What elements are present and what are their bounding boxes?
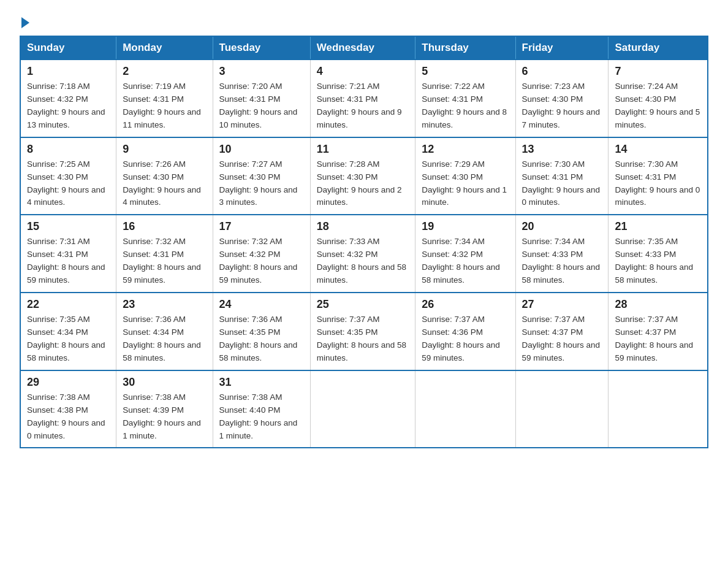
- logo-triangle-icon: [21, 17, 29, 28]
- day-number: 4: [317, 65, 409, 78]
- calendar-cell: 26 Sunrise: 7:37 AMSunset: 4:36 PMDaylig…: [415, 293, 515, 370]
- calendar-cell: 24 Sunrise: 7:36 AMSunset: 4:35 PMDaylig…: [213, 293, 310, 370]
- calendar-cell: 18 Sunrise: 7:33 AMSunset: 4:32 PMDaylig…: [310, 215, 415, 293]
- header-sunday: Sunday: [20, 36, 116, 59]
- day-info: Sunrise: 7:31 AMSunset: 4:31 PMDaylight:…: [27, 236, 110, 287]
- day-info: Sunrise: 7:24 AMSunset: 4:30 PMDaylight:…: [615, 80, 701, 132]
- day-info: Sunrise: 7:37 AMSunset: 4:37 PMDaylight:…: [615, 313, 701, 365]
- calendar-cell: 30 Sunrise: 7:38 AMSunset: 4:39 PMDaylig…: [116, 370, 213, 448]
- day-info: Sunrise: 7:36 AMSunset: 4:35 PMDaylight:…: [219, 313, 304, 365]
- day-info: Sunrise: 7:27 AMSunset: 4:30 PMDaylight:…: [219, 158, 304, 210]
- calendar-cell: 2 Sunrise: 7:19 AMSunset: 4:31 PMDayligh…: [116, 59, 213, 137]
- calendar-cell: [415, 370, 515, 448]
- header-wednesday: Wednesday: [310, 36, 415, 59]
- day-info: Sunrise: 7:34 AMSunset: 4:33 PMDaylight:…: [522, 236, 602, 287]
- day-number: 20: [522, 220, 602, 233]
- day-info: Sunrise: 7:19 AMSunset: 4:31 PMDaylight:…: [123, 80, 206, 132]
- calendar-table: SundayMondayTuesdayWednesdayThursdayFrid…: [20, 36, 708, 448]
- calendar-cell: [515, 370, 609, 448]
- calendar-cell: 31 Sunrise: 7:38 AMSunset: 4:40 PMDaylig…: [213, 370, 310, 448]
- day-info: Sunrise: 7:33 AMSunset: 4:32 PMDaylight:…: [317, 236, 409, 287]
- week-row-1: 1 Sunrise: 7:18 AMSunset: 4:32 PMDayligh…: [20, 59, 708, 137]
- day-number: 17: [219, 220, 304, 233]
- page-header: [20, 15, 708, 26]
- week-row-5: 29 Sunrise: 7:38 AMSunset: 4:38 PMDaylig…: [20, 370, 708, 448]
- day-info: Sunrise: 7:37 AMSunset: 4:37 PMDaylight:…: [522, 313, 602, 365]
- day-number: 11: [317, 143, 409, 156]
- calendar-cell: 10 Sunrise: 7:27 AMSunset: 4:30 PMDaylig…: [213, 137, 310, 215]
- calendar-cell: [310, 370, 415, 448]
- calendar-cell: 5 Sunrise: 7:22 AMSunset: 4:31 PMDayligh…: [415, 59, 515, 137]
- calendar-cell: 3 Sunrise: 7:20 AMSunset: 4:31 PMDayligh…: [213, 59, 310, 137]
- header-thursday: Thursday: [415, 36, 515, 59]
- calendar-cell: 14 Sunrise: 7:30 AMSunset: 4:31 PMDaylig…: [609, 137, 708, 215]
- day-info: Sunrise: 7:36 AMSunset: 4:34 PMDaylight:…: [123, 313, 206, 365]
- day-info: Sunrise: 7:22 AMSunset: 4:31 PMDaylight:…: [422, 80, 509, 132]
- day-info: Sunrise: 7:21 AMSunset: 4:31 PMDaylight:…: [317, 80, 409, 132]
- day-number: 18: [317, 220, 409, 233]
- calendar-cell: 19 Sunrise: 7:34 AMSunset: 4:32 PMDaylig…: [415, 215, 515, 293]
- calendar-cell: 4 Sunrise: 7:21 AMSunset: 4:31 PMDayligh…: [310, 59, 415, 137]
- week-row-2: 8 Sunrise: 7:25 AMSunset: 4:30 PMDayligh…: [20, 137, 708, 215]
- day-info: Sunrise: 7:28 AMSunset: 4:30 PMDaylight:…: [317, 158, 409, 210]
- day-number: 3: [219, 65, 304, 78]
- day-info: Sunrise: 7:38 AMSunset: 4:40 PMDaylight:…: [219, 391, 304, 443]
- day-info: Sunrise: 7:35 AMSunset: 4:33 PMDaylight:…: [615, 236, 701, 287]
- day-info: Sunrise: 7:29 AMSunset: 4:30 PMDaylight:…: [422, 158, 509, 210]
- day-number: 12: [422, 143, 509, 156]
- calendar-cell: 17 Sunrise: 7:32 AMSunset: 4:32 PMDaylig…: [213, 215, 310, 293]
- calendar-cell: 13 Sunrise: 7:30 AMSunset: 4:31 PMDaylig…: [515, 137, 609, 215]
- day-number: 5: [422, 65, 509, 78]
- calendar-cell: 22 Sunrise: 7:35 AMSunset: 4:34 PMDaylig…: [20, 293, 116, 370]
- calendar-cell: 27 Sunrise: 7:37 AMSunset: 4:37 PMDaylig…: [515, 293, 609, 370]
- calendar-cell: 28 Sunrise: 7:37 AMSunset: 4:37 PMDaylig…: [609, 293, 708, 370]
- day-number: 14: [615, 143, 701, 156]
- calendar-cell: [609, 370, 708, 448]
- logo: [20, 15, 29, 26]
- day-number: 23: [123, 298, 206, 311]
- day-info: Sunrise: 7:38 AMSunset: 4:38 PMDaylight:…: [27, 391, 110, 443]
- day-info: Sunrise: 7:18 AMSunset: 4:32 PMDaylight:…: [27, 80, 110, 132]
- day-info: Sunrise: 7:30 AMSunset: 4:31 PMDaylight:…: [522, 158, 602, 210]
- day-number: 26: [422, 298, 509, 311]
- day-info: Sunrise: 7:32 AMSunset: 4:31 PMDaylight:…: [123, 236, 206, 287]
- day-number: 2: [123, 65, 206, 78]
- calendar-cell: 29 Sunrise: 7:38 AMSunset: 4:38 PMDaylig…: [20, 370, 116, 448]
- day-info: Sunrise: 7:37 AMSunset: 4:35 PMDaylight:…: [317, 313, 409, 365]
- day-number: 24: [219, 298, 304, 311]
- day-number: 9: [123, 143, 206, 156]
- day-number: 27: [522, 298, 602, 311]
- day-info: Sunrise: 7:34 AMSunset: 4:32 PMDaylight:…: [422, 236, 509, 287]
- calendar-cell: 7 Sunrise: 7:24 AMSunset: 4:30 PMDayligh…: [609, 59, 708, 137]
- day-number: 7: [615, 65, 701, 78]
- header-saturday: Saturday: [609, 36, 708, 59]
- day-number: 30: [123, 376, 206, 389]
- day-info: Sunrise: 7:23 AMSunset: 4:30 PMDaylight:…: [522, 80, 602, 132]
- day-number: 13: [522, 143, 602, 156]
- day-number: 19: [422, 220, 509, 233]
- calendar-cell: 16 Sunrise: 7:32 AMSunset: 4:31 PMDaylig…: [116, 215, 213, 293]
- calendar-cell: 9 Sunrise: 7:26 AMSunset: 4:30 PMDayligh…: [116, 137, 213, 215]
- week-row-3: 15 Sunrise: 7:31 AMSunset: 4:31 PMDaylig…: [20, 215, 708, 293]
- header-row: SundayMondayTuesdayWednesdayThursdayFrid…: [20, 36, 708, 59]
- calendar-cell: 25 Sunrise: 7:37 AMSunset: 4:35 PMDaylig…: [310, 293, 415, 370]
- day-number: 21: [615, 220, 701, 233]
- header-tuesday: Tuesday: [213, 36, 310, 59]
- day-info: Sunrise: 7:37 AMSunset: 4:36 PMDaylight:…: [422, 313, 509, 365]
- week-row-4: 22 Sunrise: 7:35 AMSunset: 4:34 PMDaylig…: [20, 293, 708, 370]
- day-info: Sunrise: 7:25 AMSunset: 4:30 PMDaylight:…: [27, 158, 110, 210]
- calendar-cell: 21 Sunrise: 7:35 AMSunset: 4:33 PMDaylig…: [609, 215, 708, 293]
- calendar-cell: 20 Sunrise: 7:34 AMSunset: 4:33 PMDaylig…: [515, 215, 609, 293]
- day-number: 25: [317, 298, 409, 311]
- day-info: Sunrise: 7:30 AMSunset: 4:31 PMDaylight:…: [615, 158, 701, 210]
- day-number: 6: [522, 65, 602, 78]
- calendar-cell: 23 Sunrise: 7:36 AMSunset: 4:34 PMDaylig…: [116, 293, 213, 370]
- day-info: Sunrise: 7:35 AMSunset: 4:34 PMDaylight:…: [27, 313, 110, 365]
- day-info: Sunrise: 7:32 AMSunset: 4:32 PMDaylight:…: [219, 236, 304, 287]
- day-info: Sunrise: 7:38 AMSunset: 4:39 PMDaylight:…: [123, 391, 206, 443]
- calendar-cell: 1 Sunrise: 7:18 AMSunset: 4:32 PMDayligh…: [20, 59, 116, 137]
- day-number: 15: [27, 220, 110, 233]
- header-monday: Monday: [116, 36, 213, 59]
- day-info: Sunrise: 7:20 AMSunset: 4:31 PMDaylight:…: [219, 80, 304, 132]
- day-number: 1: [27, 65, 110, 78]
